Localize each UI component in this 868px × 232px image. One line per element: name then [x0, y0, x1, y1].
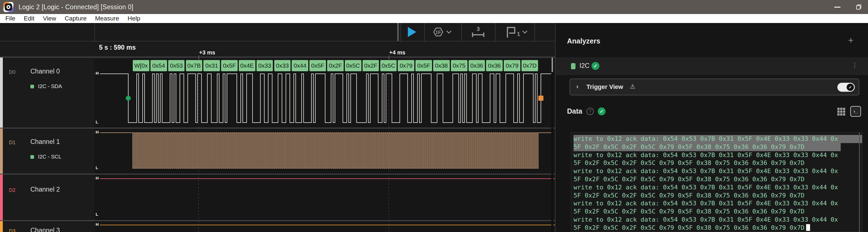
play-button[interactable] [408, 27, 416, 37]
title-bar: Logic 2 [Logic - Connected] [Session 0] [0, 0, 868, 14]
data-table-view-button[interactable] [837, 107, 846, 116]
channel-color-stripe [0, 57, 3, 128]
waveform-scrollbar-thumb[interactable] [552, 57, 553, 72]
trigger-voltage-button[interactable]: 1F [430, 25, 453, 40]
i2c-data-bubble[interactable]: 0x2F [327, 60, 344, 71]
trigger-view-toggle[interactable]: ✓ [837, 83, 855, 92]
i2c-data-bubble[interactable]: 0x44 [292, 60, 308, 71]
logic2-window: Logic 2 [Logic - Connected] [Session 0] … [0, 0, 868, 232]
chevron-right-icon[interactable]: › [576, 83, 578, 90]
i2c-data-bubble[interactable]: 0x7D [522, 60, 538, 71]
menu-help[interactable]: Help [123, 14, 145, 23]
i2c-address-bubble[interactable]: W[0x [133, 60, 149, 71]
channel-analyzer-tag[interactable]: I2C - SDA [30, 83, 62, 89]
toggle-check-icon: ✓ [847, 84, 854, 91]
terminal-record-line[interactable]: 5F 0x2F 0x5C 0x2F 0x5C 0x79 0x5F 0x38 0x… [574, 224, 862, 232]
i2c-data-bubble[interactable]: 0x4E [239, 60, 255, 71]
i2c-data-bubble[interactable]: 0x5F [221, 60, 238, 71]
analyzer-row-i2c[interactable]: I2C ✓ ⋮ [556, 57, 868, 75]
terminal-record-line[interactable]: write to 0x12 ack data: 0x54 0x53 0x7B 0… [574, 199, 862, 207]
terminal-record-line[interactable]: write to 0x12 ack data: 0x54 0x53 0x7B 0… [574, 216, 862, 224]
measurements-button[interactable]: 3 [470, 25, 486, 40]
kebab-menu-icon[interactable]: ⋮ [851, 61, 858, 69]
i2c-data-bubble[interactable]: 0x38 [433, 60, 450, 71]
toolbar-divider [534, 23, 535, 41]
i2c-data-bubble[interactable]: 0x5F [415, 60, 432, 71]
i2c-stop-marker [538, 96, 544, 101]
i2c-data-bubble[interactable]: 0x36 [469, 60, 485, 71]
toolbar-divider [424, 23, 425, 41]
i2c-data-bubble[interactable]: 0x7B [186, 60, 203, 71]
i2c-data-bubble[interactable]: 0x54 [151, 60, 167, 71]
terminal-record-line[interactable]: 5F 0x2F 0x5C 0x2F 0x5C 0x79 0x5F 0x38 0x… [574, 143, 841, 151]
channel-block-d2[interactable]: D2Channel 2 [0, 175, 94, 220]
analyzer-dot-icon [30, 85, 34, 88]
channel-panel: D0Channel 0I2C - SDAD1Channel 1I2C - SCL… [0, 42, 94, 232]
toolbar-divider [94, 23, 95, 41]
toolbar: 1F 3 1 [0, 23, 555, 41]
terminal-record-line[interactable]: write to 0x12 ack data: 0x54 0x53 0x7B 0… [574, 151, 862, 159]
high-level-label: H [94, 129, 100, 134]
i2c-data-bubble[interactable]: 0x79 [398, 60, 414, 71]
data-terminal-view-button[interactable]: ›_ [850, 106, 861, 117]
i2c-data-bubble[interactable]: 0x79 [504, 60, 520, 71]
terminal-record-line[interactable]: write to 0x12 ack data: 0x54 0x53 0x7B 0… [574, 184, 862, 192]
terminal-cursor [806, 224, 810, 231]
lane-divider [0, 220, 555, 221]
menu-file[interactable]: File [1, 14, 20, 23]
channel-block-d3[interactable]: D3Channel 3 [0, 221, 94, 232]
high-level-label: H [94, 176, 100, 180]
analyzer-color-swatch [571, 63, 576, 69]
trigger-view-card[interactable]: › Trigger View ⚠ ✓ [569, 79, 859, 95]
low-level-label: L [94, 212, 99, 217]
i2c-data-bubble[interactable]: 0x33 [256, 60, 273, 71]
i2c-data-bubble[interactable]: 0x2F [363, 60, 379, 71]
chevron-down-icon [523, 31, 527, 33]
low-level-label: L [94, 165, 99, 170]
terminal-record-line[interactable]: 5F 0x2F 0x5C 0x2F 0x5C 0x79 0x5F 0x38 0x… [574, 175, 862, 184]
timeline-ruler[interactable]: 5 s : 590 ms +3 ms+4 ms [94, 42, 555, 59]
terminal-record-line[interactable]: 5F 0x2F 0x5C 0x2F 0x5C 0x79 0x5F 0x38 0x… [574, 207, 862, 216]
channel-block-d0[interactable]: D0Channel 0I2C - SDA [0, 57, 94, 128]
menu-measure[interactable]: Measure [91, 14, 123, 23]
restore-icon[interactable] [856, 4, 861, 9]
i2c-data-bubble[interactable]: 0x5C [345, 60, 362, 71]
i2c-data-bubble[interactable]: 0x33 [274, 60, 291, 71]
i2c-data-bubble[interactable]: 0x36 [486, 60, 503, 71]
terminal-scrollbar[interactable] [859, 132, 860, 232]
svg-text:3: 3 [476, 26, 479, 32]
waveform-view[interactable] [94, 59, 555, 232]
analyzers-panel: Analyzers + I2C ✓ ⋮ › Trigger View ⚠ ✓ D… [556, 23, 868, 232]
lane-divider [0, 173, 555, 175]
i2c-data-bubble[interactable]: 0x5C [380, 60, 397, 71]
i2c-start-marker [126, 96, 131, 101]
chevron-down-icon [447, 31, 451, 33]
menu-capture[interactable]: Capture [60, 14, 91, 23]
i2c-data-bubble[interactable]: 0x31 [204, 60, 220, 71]
channel-id: D3 [9, 228, 16, 232]
add-analyzer-button[interactable]: + [848, 35, 854, 46]
terminal-record-line[interactable]: 5F 0x2F 0x5C 0x2F 0x5C 0x79 0x5F 0x38 0x… [574, 192, 862, 200]
help-icon[interactable]: ? [586, 108, 594, 115]
data-section-title: Data [567, 107, 582, 115]
annotations-button[interactable]: 1 [503, 25, 530, 40]
i2c-data-bubble[interactable]: 0x53 [168, 60, 185, 71]
channel-analyzer-tag[interactable]: I2C - SCL [30, 154, 61, 160]
i2c-data-bubble[interactable]: 0x5F [309, 60, 326, 71]
svg-text:1: 1 [517, 31, 520, 37]
decoded-data-terminal[interactable]: write to 0x12 ack data: 0x54 0x53 0x7B 0… [571, 132, 862, 232]
i2c-data-bubble[interactable]: 0x75 [451, 60, 467, 71]
menu-view[interactable]: View [38, 14, 60, 23]
channel-color-stripe [0, 128, 3, 173]
terminal-record-line[interactable]: write to 0x12 ack data: 0x54 0x53 0x7B 0… [574, 167, 862, 175]
channel-name: Channel 0 [30, 68, 60, 75]
minimize-icon[interactable] [834, 7, 840, 8]
terminal-record-line[interactable]: 5F 0x2F 0x5C 0x2F 0x5C 0x79 0x5F 0x38 0x… [574, 159, 862, 167]
channel-block-d1[interactable]: D1Channel 1I2C - SCL [0, 128, 94, 173]
waveform-scrollbar-track[interactable] [551, 59, 553, 232]
terminal-record-line[interactable]: write to 0x12 ack data: 0x54 0x53 0x7B 0… [574, 135, 862, 143]
channel-name: Channel 1 [30, 138, 60, 146]
menu-edit[interactable]: Edit [20, 14, 38, 23]
timeline-marker-label: +3 ms [199, 49, 215, 56]
channel-analyzer-label: I2C - SDA [38, 83, 62, 89]
